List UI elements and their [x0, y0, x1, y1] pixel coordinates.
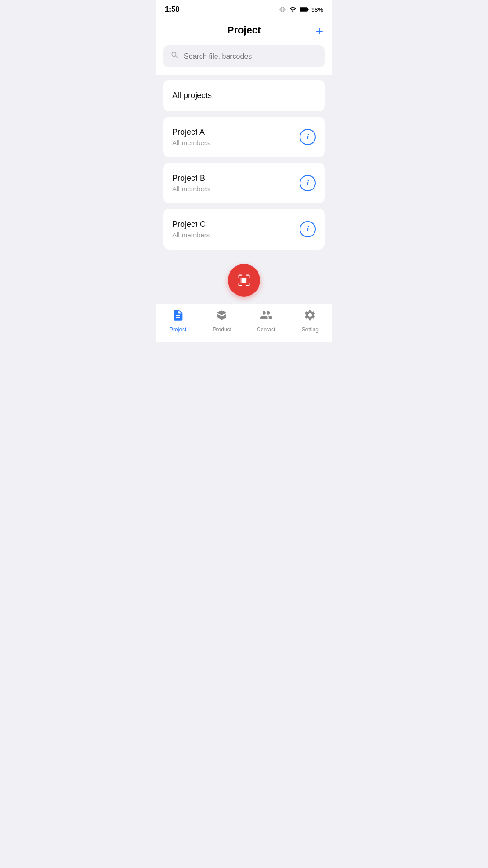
bottom-nav: Project Product Contact Setting [156, 304, 332, 342]
search-input[interactable] [184, 52, 318, 61]
project-c-card[interactable]: Project C All members i [163, 209, 325, 250]
status-time: 1:58 [165, 5, 179, 14]
nav-item-project[interactable]: Project [156, 309, 200, 333]
barcode-scan-icon [236, 273, 252, 288]
svg-rect-2 [300, 8, 307, 11]
project-b-subtitle: All members [172, 185, 210, 193]
status-icons: 98% [279, 6, 323, 13]
setting-nav-icon [304, 309, 316, 325]
project-c-title: Project C [172, 220, 210, 229]
status-bar: 1:58 98% [156, 0, 332, 17]
vibrate-icon [279, 6, 286, 13]
nav-label-product: Product [213, 326, 231, 333]
nav-label-contact: Contact [257, 326, 275, 333]
all-projects-card[interactable]: All projects [163, 80, 325, 111]
project-a-card[interactable]: Project A All members i [163, 117, 325, 157]
project-list: All projects Project A All members i Pro… [156, 75, 332, 255]
page-header: Project + [156, 17, 332, 45]
contact-nav-icon [260, 309, 272, 325]
search-bar [163, 45, 325, 67]
project-b-title: Project B [172, 174, 210, 183]
project-b-card[interactable]: Project B All members i [163, 163, 325, 203]
svg-rect-1 [308, 9, 309, 10]
fab-container [156, 255, 332, 304]
project-a-subtitle: All members [172, 139, 210, 146]
project-a-info-button[interactable]: i [300, 129, 316, 145]
scan-barcode-button[interactable] [228, 264, 260, 297]
project-a-title: Project A [172, 127, 210, 137]
nav-label-project: Project [169, 326, 186, 333]
nav-item-product[interactable]: Product [200, 309, 244, 333]
battery-percent: 98% [311, 6, 323, 13]
battery-icon [300, 6, 309, 13]
project-c-subtitle: All members [172, 231, 210, 239]
product-nav-icon [216, 309, 228, 325]
all-projects-title: All projects [172, 91, 212, 100]
nav-item-contact[interactable]: Contact [244, 309, 288, 333]
search-container [156, 45, 332, 75]
project-nav-icon [172, 309, 184, 325]
page-title: Project [227, 24, 261, 36]
add-project-button[interactable]: + [316, 25, 323, 38]
search-icon [170, 51, 179, 62]
project-c-info-button[interactable]: i [300, 221, 316, 237]
project-b-info-button[interactable]: i [300, 175, 316, 191]
nav-label-setting: Setting [302, 326, 319, 333]
nav-item-setting[interactable]: Setting [288, 309, 333, 333]
wifi-icon [289, 6, 297, 13]
